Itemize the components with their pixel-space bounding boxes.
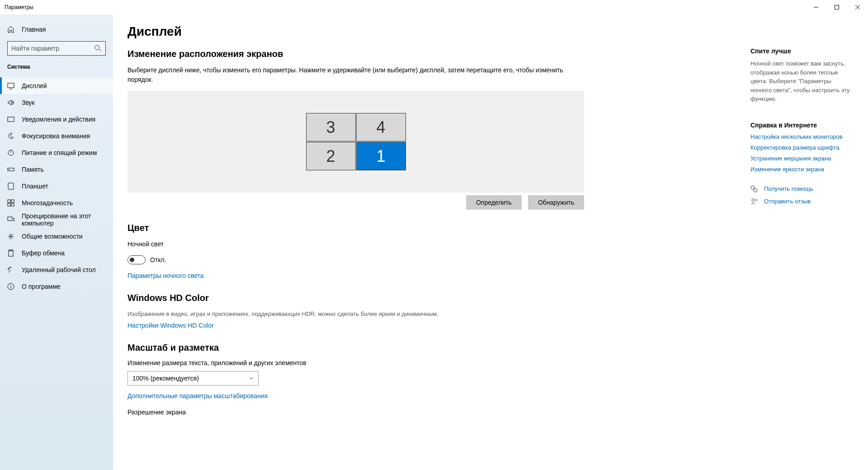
page-title: Дисплей xyxy=(127,24,584,39)
close-button[interactable] xyxy=(847,0,868,14)
maximize-button[interactable] xyxy=(826,0,847,14)
sidebar-item-label: Планшет xyxy=(22,183,48,190)
get-help-icon xyxy=(750,185,758,193)
hdr-settings-link[interactable]: Настройки Windows HD Color xyxy=(127,322,214,329)
sidebar: Главная Система Дисплей Звук Уведомления… xyxy=(0,14,113,470)
tablet-icon xyxy=(7,183,14,190)
toggle-state: Откл. xyxy=(150,256,166,263)
sidebar-item-display[interactable]: Дисплей xyxy=(0,77,113,94)
monitor-2[interactable]: 2 xyxy=(306,142,356,170)
sidebar-item-label: Удаленный рабочий стол xyxy=(22,266,96,273)
svg-rect-13 xyxy=(9,250,13,256)
remote-icon xyxy=(7,266,14,273)
minimize-button[interactable] xyxy=(806,0,826,14)
svg-point-19 xyxy=(752,199,755,202)
sidebar-item-remote[interactable]: Удаленный рабочий стол xyxy=(0,261,113,278)
window-title: Параметры xyxy=(5,4,806,10)
svg-point-16 xyxy=(10,285,11,286)
multitask-icon xyxy=(7,199,14,207)
minimize-icon xyxy=(814,5,818,9)
notifications-icon xyxy=(7,116,14,123)
sidebar-item-label: Проецирование на этот компьютер xyxy=(22,212,106,227)
search-input[interactable] xyxy=(11,45,94,52)
home-link[interactable]: Главная xyxy=(0,21,113,38)
help-panel: Спите лучше Ночной свет поможет вам засн… xyxy=(741,24,850,470)
sidebar-item-focus[interactable]: Фокусировка внимания xyxy=(0,127,113,144)
feedback-row[interactable]: Отправить отзыв xyxy=(750,198,850,205)
sound-icon xyxy=(7,99,14,106)
svg-rect-12 xyxy=(8,217,12,221)
home-icon xyxy=(7,26,14,33)
sidebar-item-storage[interactable]: Память xyxy=(0,161,113,178)
scale-label: Изменение размера текста, приложений и д… xyxy=(127,359,584,367)
feedback-icon xyxy=(750,198,758,205)
arrange-description: Выберите дисплей ниже, чтобы изменить ег… xyxy=(127,66,584,85)
help-link-brightness[interactable]: Изменение яркости экрана xyxy=(750,166,850,173)
svg-point-1 xyxy=(95,45,99,50)
sidebar-item-clipboard[interactable]: Буфер обмена xyxy=(0,244,113,261)
content: Дисплей Изменение расположения экранов В… xyxy=(127,24,584,470)
help-link-monitors[interactable]: Настройка нескольких мониторов xyxy=(750,133,850,140)
search-icon xyxy=(94,45,102,52)
svg-rect-11 xyxy=(11,203,14,206)
focus-icon xyxy=(7,132,14,140)
sidebar-item-label: Дисплей xyxy=(22,82,47,89)
power-icon xyxy=(7,149,14,156)
sidebar-item-notifications[interactable]: Уведомления и действия xyxy=(0,111,113,127)
svg-rect-9 xyxy=(11,200,14,202)
svg-rect-2 xyxy=(8,83,14,88)
sidebar-item-label: Уведомления и действия xyxy=(22,116,95,123)
clipboard-icon xyxy=(7,249,14,257)
sidebar-item-power[interactable]: Питание и спящий режим xyxy=(0,144,113,161)
home-label: Главная xyxy=(22,26,46,33)
sidebar-item-label: Общие возможности xyxy=(22,233,83,240)
detect-button[interactable]: Обнаружить xyxy=(528,195,584,210)
night-light-toggle[interactable] xyxy=(127,255,146,264)
get-help-link[interactable]: Получить помощь xyxy=(764,185,813,192)
sidebar-item-sound[interactable]: Звук xyxy=(0,94,113,111)
monitor-1[interactable]: 1 xyxy=(356,142,406,170)
search-box[interactable] xyxy=(7,41,106,56)
svg-rect-8 xyxy=(8,200,10,202)
sidebar-item-projecting[interactable]: Проецирование на этот компьютер xyxy=(0,211,113,228)
sidebar-item-label: Многозадачность xyxy=(22,199,73,207)
sidebar-item-label: Буфер обмена xyxy=(22,249,65,257)
display-arrangement[interactable]: 3 4 2 1 xyxy=(127,91,584,193)
night-light-settings-link[interactable]: Параметры ночного света xyxy=(127,272,204,279)
monitor-4[interactable]: 4 xyxy=(356,113,406,141)
sidebar-item-multitask[interactable]: Многозадачность xyxy=(0,194,113,211)
sidebar-item-shared[interactable]: Общие возможности xyxy=(0,228,113,244)
titlebar: Параметры xyxy=(0,0,868,14)
projecting-icon xyxy=(7,216,14,223)
display-icon xyxy=(7,82,14,89)
shared-icon xyxy=(7,233,14,240)
help-link-flicker[interactable]: Устранение мерцания экрана xyxy=(750,155,850,162)
get-help-row[interactable]: Получить помощь xyxy=(750,185,850,193)
sleep-better-text: Ночной свет поможет вам заснуть, отображ… xyxy=(750,59,850,103)
sidebar-item-about[interactable]: О программе xyxy=(0,278,113,295)
svg-rect-0 xyxy=(835,5,839,9)
hdr-heading: Windows HD Color xyxy=(127,293,584,303)
section-label: Система xyxy=(0,64,113,70)
chevron-down-icon xyxy=(249,376,254,381)
sidebar-item-label: Питание и спящий режим xyxy=(22,149,97,156)
svg-rect-3 xyxy=(8,117,14,122)
feedback-link[interactable]: Отправить отзыв xyxy=(764,198,811,205)
svg-rect-10 xyxy=(8,203,10,206)
scale-advanced-link[interactable]: Дополнительные параметры масштабирования xyxy=(127,392,268,400)
sleep-better-heading: Спите лучше xyxy=(750,47,850,55)
scale-dropdown[interactable]: 100% (рекомендуется) xyxy=(127,371,259,385)
resolution-label: Разрешение экрана xyxy=(127,409,584,416)
night-light-label: Ночной свет xyxy=(127,240,584,249)
sidebar-item-label: Фокусировка внимания xyxy=(22,132,90,140)
window-controls xyxy=(806,0,868,14)
svg-point-18 xyxy=(754,188,757,192)
sidebar-item-tablet[interactable]: Планшет xyxy=(0,178,113,194)
help-link-fontsize[interactable]: Корректировка размера шрифта xyxy=(750,144,850,151)
identify-button[interactable]: Определить xyxy=(466,195,522,210)
maximize-icon xyxy=(835,5,839,9)
color-heading: Цвет xyxy=(127,223,584,233)
monitor-3[interactable]: 3 xyxy=(306,113,356,141)
hdr-description: Изображение в видео, играх и приложениях… xyxy=(127,310,584,319)
sidebar-item-label: Память xyxy=(22,166,44,173)
